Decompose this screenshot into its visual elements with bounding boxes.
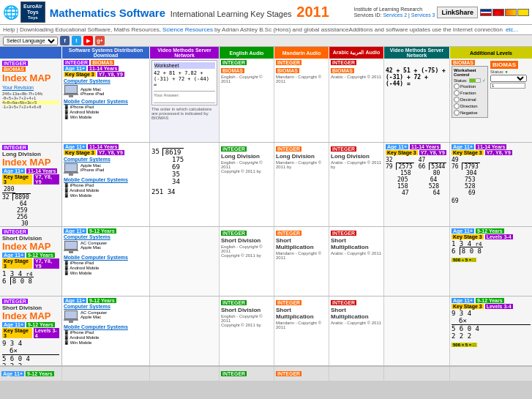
r4c4-int: INTEGER [276, 300, 301, 305]
row1-cell6: 42 + 51 + (-75) + (-31) + 72 + (-44) = [384, 59, 450, 142]
flag-icons [480, 9, 529, 16]
r3c3-int: INTEGER [221, 231, 247, 236]
row2-cell1: Age 11+ 11-14 Years Key Stage 3 Y7, Y8, … [62, 143, 150, 226]
r1c5-copy: Arabic - Copyright © 2011 [331, 75, 382, 79]
r1c7-input[interactable] [490, 83, 525, 89]
r1c1-ks: Key Stage 3 [64, 72, 96, 77]
col-hdr-vidmeth: Video Methods Server Network [150, 47, 220, 59]
bottom-row: Age 11+ 9-12 Years INTEGER INTEGER [0, 366, 532, 381]
r3c7-age1: Age 11+ [452, 228, 474, 234]
r1c1-comp-label[interactable]: Computer Systems [64, 78, 148, 83]
youtube-icon[interactable]: ▶ [83, 36, 93, 45]
r3c1-comp[interactable]: Computer Systems [64, 234, 148, 239]
r2c1-mobile[interactable]: Mobile Computer Systems [64, 177, 148, 182]
nav-bar: Help | Downloading Educational Software,… [0, 25, 532, 35]
row-3: INTEGER Short Division Index MAP Age 11+… [0, 227, 532, 297]
r1c3-biomas: BIOMAS [221, 68, 244, 73]
row2-ys: Y7, Y8, Y9 [34, 174, 59, 184]
r4c1-age2: 9-12 Years [88, 298, 116, 303]
r1c3-int: INTEGER [221, 60, 247, 65]
row4-cell6 [384, 297, 450, 365]
r1c4-copy: Mandarin - Copyright © 2011 [276, 75, 327, 83]
row4-numbers: 9 3 4 6× 5 6 0 4 2 2 2 [2, 340, 59, 365]
r3c7-age2: 9-12 Years [476, 228, 504, 234]
r2c3-copy: English - Copyright © 2011 [221, 160, 272, 169]
row4-age2: 9-12 Years [26, 322, 55, 327]
r2c4-int: INTEGER [276, 146, 301, 152]
main-content: INTEGER BIOMAS Index MAP Your Revision 2… [0, 59, 532, 399]
row3-ys: Y7, Y8, Y9 [34, 258, 59, 269]
title-intl: International Learning Key Stages [171, 10, 292, 18]
r4c7-badge: 506 × 5 = □ [452, 343, 477, 347]
r3c7-ys: Levels 3-4 [485, 234, 513, 239]
row2-age2: 11-14 Years [26, 168, 57, 174]
r3c1-age2: 9-12 Years [88, 228, 116, 234]
row2-cell6: Age 11+ 11-14 Years Key Stage 3 Y7, Y8, … [384, 143, 450, 226]
r3c5-subj: Short Multiplication [331, 237, 382, 250]
r2c7-age1: Age 11+ [452, 144, 474, 149]
bottom-cell-6 [384, 367, 450, 381]
row2-cell4: INTEGER Long Division Mandarin - Copyrig… [274, 143, 329, 226]
row2-cell3: INTEGER Long Division English - Copyrigh… [220, 143, 274, 226]
comp3-icon [64, 241, 78, 253]
twitter-icon[interactable]: t [72, 36, 81, 45]
col-hdr-swdist2: Software Systems Distribution Download [62, 47, 150, 59]
col-hdr-eng: English Audio [220, 47, 274, 59]
bottom-cell-4: INTEGER [274, 367, 329, 381]
row1-biomas-label: BIOMAS [2, 67, 26, 72]
bottom-cell-0: Age 11+ 9-12 Years [0, 367, 62, 381]
r2c7-ks: Key Stage 3 [452, 150, 484, 155]
r1c2-note: The order in which calculations are proc… [151, 107, 217, 120]
row4-cell2 [150, 297, 220, 365]
nav-link2[interactable]: etc... [506, 26, 518, 33]
r4c7-ys: Levels 3-4 [485, 304, 513, 309]
linkshare-button[interactable]: LinkShare [437, 7, 478, 18]
row1-revision-label: Your Revision [2, 85, 59, 90]
r3c1-mobile[interactable]: Mobile Computer Systems [64, 255, 148, 260]
row3-cell2 [150, 227, 220, 296]
row3-index-map: Index MAP [2, 242, 59, 252]
r4c7-age2: 9-12 Years [476, 298, 504, 303]
r4c1-mobile[interactable]: Mobile Computer Systems [64, 324, 148, 329]
r3c1-age1: Age 11+ [64, 228, 86, 234]
row1-cell4: INTEGER BIOMAS Mandarin - Copyright © 20… [274, 59, 329, 142]
r4c1-comp[interactable]: Computer Systems [64, 304, 148, 309]
r3c5-int: INTEGER [331, 231, 356, 236]
r3c3-copy: English - Copyright © 2011 [221, 245, 272, 253]
gplus-icon[interactable]: g+ [95, 36, 105, 45]
col-hdr-add: Additional Levels [450, 47, 532, 59]
row1-cell2: Worksheet 42 + 81 + 7.82 + (-31) + 72 + … [150, 59, 220, 142]
row2-ks: Key Stage 3 [2, 174, 32, 184]
title-year: 2011 [296, 4, 329, 20]
row4-age1: Age 11+ [2, 322, 25, 327]
comp2-icon [64, 163, 78, 176]
r1c2-math: 42 + 81 + 7.82 + (-31) + 72 + (-44) = [154, 70, 215, 88]
r1c1-mobile-label[interactable]: Mobile Computer Systems [64, 99, 148, 104]
r2c4-copy: Mandarin - Copyright © 2011 by [276, 160, 327, 169]
r2c3-copy2: Copyright © 2011 by [221, 169, 272, 174]
bot-age1: Age 11+ [1, 371, 24, 376]
row2-age1: Age 11+ [2, 168, 25, 174]
row-2: INTEGER Long Division Index MAP Age 11+ … [0, 143, 532, 227]
row4-int-label: INTEGER [2, 299, 28, 304]
fb-icon[interactable]: f [60, 36, 70, 45]
language-select[interactable]: Select Language [3, 37, 58, 45]
r1c7-biomas2: BIOMAS [490, 61, 518, 69]
row2-numbers: 280 32 8890 64 259 256 30 [2, 186, 59, 226]
r1c1-ys: Y7, Y8, Y9 [97, 72, 124, 77]
bottom-cell-3: INTEGER [220, 367, 274, 381]
comp4-icon [64, 310, 78, 323]
r3c7-badge: 506 ÷ 5 = □ [452, 258, 476, 262]
row1-left: INTEGER BIOMAS Index MAP Your Revision 2… [0, 59, 62, 142]
r1c7-select[interactable] [490, 75, 527, 82]
nav-author: by Adrian Ashley B.Sc (Hons) and global … [214, 26, 349, 33]
nav-link[interactable]: Science Resources [162, 26, 213, 33]
nav-text: Help | Downloading Educational Software,… [3, 26, 161, 33]
row3-ks: Key Stage 3 [2, 258, 32, 269]
r1c5-int: INTEGER [331, 60, 356, 65]
r2c1-comp[interactable]: Computer Systems [64, 157, 148, 162]
row2-cell5: INTEGER Long Division Arabic - Copyright… [329, 143, 384, 226]
r2c6-age1: Age 11+ [386, 144, 408, 149]
bot-int1: INTEGER [221, 371, 247, 376]
r2c3-subj: Long Division [221, 153, 272, 160]
